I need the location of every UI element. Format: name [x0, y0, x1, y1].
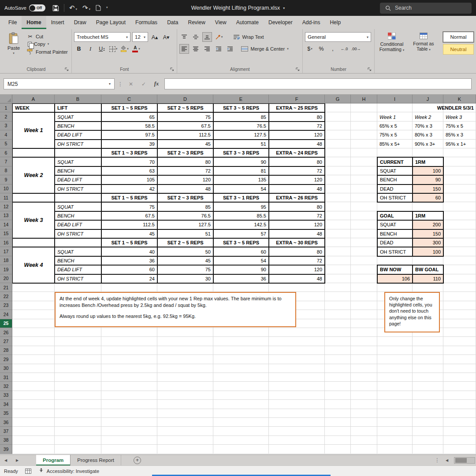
sheet-tab-program[interactable]: Program [36, 455, 71, 465]
cell-E12[interactable]: 95 [213, 202, 269, 211]
cut-button[interactable]: ✂ Cut [27, 34, 68, 39]
row-header-4[interactable]: 4 [0, 130, 12, 139]
menu-tab-file[interactable]: File [4, 16, 22, 29]
format-painter-button[interactable]: Format Painter [27, 49, 68, 55]
cell-D14[interactable]: 127.5 [157, 220, 213, 229]
top-align-button[interactable] [179, 32, 189, 42]
row-header-7[interactable]: 7 [0, 157, 12, 166]
save-button[interactable] [50, 4, 62, 13]
sheet-nav-left-button[interactable]: ◀ [0, 455, 11, 465]
cell-E2[interactable]: 85 [213, 112, 269, 121]
cell-D8[interactable]: 72 [157, 166, 213, 175]
cell-F6[interactable]: EXTRA ~ 24 REPS [269, 148, 325, 157]
row-header-20[interactable]: 20 [0, 274, 12, 283]
column-header-K[interactable]: K [443, 95, 476, 103]
cell-A17[interactable]: Week 4 [12, 247, 55, 283]
cell-D7[interactable]: 80 [157, 157, 213, 166]
wrap-text-button[interactable]: Wrap Text [233, 34, 264, 40]
horizontal-scrollbar[interactable] [454, 457, 475, 464]
cell-B2[interactable]: SQUAT [55, 112, 101, 121]
cell-J19[interactable]: BW GOAL [413, 265, 443, 274]
cell-B5[interactable]: OH STRICT [55, 140, 101, 148]
column-header-E[interactable]: E [213, 95, 269, 103]
cell-C12[interactable]: 75 [101, 202, 157, 211]
bottom-align-button[interactable] [202, 32, 212, 42]
cell-D1[interactable]: SET 2 ~ 5 REPS [157, 103, 213, 112]
cell-C7[interactable]: 70 [101, 157, 157, 166]
column-header-F[interactable]: F [269, 95, 325, 103]
align-center-button[interactable] [191, 44, 201, 54]
macro-record-icon[interactable] [25, 469, 31, 474]
cell-E5[interactable]: 51 [213, 140, 269, 148]
menu-tab-view[interactable]: View [210, 16, 231, 29]
cell-E20[interactable]: 36 [213, 274, 269, 283]
cell-F19[interactable]: 120 [269, 265, 325, 274]
decrease-decimal-button[interactable]: .00→ [351, 44, 361, 54]
cell-E4[interactable]: 127.5 [213, 130, 269, 139]
cell-D17[interactable]: 50 [157, 247, 213, 256]
row-header-12[interactable]: 12 [0, 202, 12, 211]
row-header-30[interactable]: 30 [0, 364, 12, 373]
menu-tab-add-ins[interactable]: Add-ins [298, 16, 325, 29]
cell-I3[interactable]: 65% x 5 [377, 122, 413, 130]
cell-C10[interactable]: 42 [101, 184, 157, 193]
cell-D2[interactable]: 75 [157, 112, 213, 121]
cell-J11[interactable]: 60 [413, 193, 443, 202]
cell-J15[interactable]: 150 [413, 229, 443, 238]
cell-C2[interactable]: 65 [101, 112, 157, 121]
cell-D19[interactable]: 75 [157, 265, 213, 274]
cell-C8[interactable]: 63 [101, 166, 157, 175]
orientation-button[interactable]: ▾ [214, 32, 223, 42]
cell-B18[interactable]: BENCH [55, 256, 101, 265]
menu-tab-insert[interactable]: Insert [46, 16, 69, 29]
cell-E8[interactable]: 81 [213, 166, 269, 175]
cell-B11[interactable] [55, 193, 101, 202]
cell-K2[interactable]: Week 3 [443, 112, 476, 121]
cell-J5[interactable]: 90% x 3+ [413, 140, 443, 148]
cell-style-neutral[interactable]: Neutral [443, 44, 474, 55]
cell-I1[interactable]: WENDLER 5/3/1 [377, 103, 476, 112]
cell-B7[interactable]: SQUAT [55, 157, 101, 166]
cell-B1[interactable]: LIFT [55, 103, 101, 112]
row-header-11[interactable]: 11 [0, 193, 12, 202]
menu-tab-home[interactable]: Home [22, 16, 46, 29]
row-header-8[interactable]: 8 [0, 166, 12, 175]
hscroll-left-button[interactable]: ◀ [443, 458, 450, 462]
cell-J10[interactable]: 150 [413, 184, 443, 193]
menu-tab-review[interactable]: Review [183, 16, 210, 29]
cancel-button[interactable]: ✕ [126, 81, 136, 87]
menu-tab-formulas[interactable]: Formulas [130, 16, 162, 29]
cell-F18[interactable]: 72 [269, 256, 325, 265]
autosave-toggle[interactable]: AutoSave Off [4, 4, 45, 11]
formula-input[interactable] [164, 78, 472, 89]
cell-C5[interactable]: 39 [101, 140, 157, 148]
cell-I19[interactable]: BW NOW [377, 265, 413, 274]
column-header-H[interactable]: H [351, 95, 377, 103]
row-header-18[interactable]: 18 [0, 256, 12, 265]
cell-F15[interactable]: 48 [269, 229, 325, 238]
row-header-36[interactable]: 36 [0, 418, 12, 427]
cell-J16[interactable]: 300 [413, 238, 443, 247]
document-title[interactable]: Wendler Weight Lifting Program.xlsx ▾ [191, 5, 285, 11]
cell-C4[interactable]: 97.5 [101, 130, 157, 139]
cell-J14[interactable]: 200 [413, 220, 443, 229]
row-header-23[interactable]: 23 [0, 301, 12, 310]
cell-F11[interactable]: EXTRA ~ 26 REPS [269, 193, 325, 202]
column-header-G[interactable]: G [325, 95, 351, 103]
font-color-button[interactable]: A ▾ [131, 44, 141, 54]
cell-I17[interactable]: OH STRICT [377, 247, 413, 256]
fill-color-button[interactable]: ▾ [120, 44, 130, 54]
row-header-19[interactable]: 19 [0, 265, 12, 274]
comma-style-button[interactable]: , [328, 44, 338, 54]
row-header-28[interactable]: 28 [0, 346, 12, 355]
cell-K4[interactable]: 85% x 3 [443, 130, 476, 139]
increase-decimal-button[interactable]: ←.0 [339, 44, 349, 54]
cell-E3[interactable]: 76.5 [213, 122, 269, 130]
cell-J8[interactable]: 100 [413, 166, 443, 175]
row-header-37[interactable]: 37 [0, 427, 12, 435]
cell-C20[interactable]: 24 [101, 274, 157, 283]
cell-B19[interactable]: DEAD LIFT [55, 265, 101, 274]
conditional-formatting-button[interactable]: Conditional Formatting ▾ [377, 30, 407, 52]
cell-D18[interactable]: 45 [157, 256, 213, 265]
cell-E7[interactable]: 90 [213, 157, 269, 166]
